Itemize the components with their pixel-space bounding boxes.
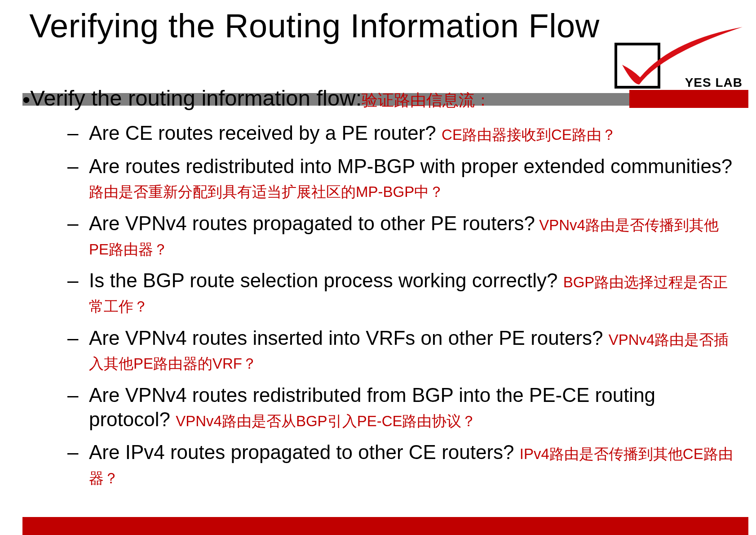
footer-bar-red	[22, 517, 748, 535]
item-en: Are routes redistributed into MP-BGP wit…	[89, 155, 732, 177]
list-item: – Are VPNv4 routes propagated to other P…	[67, 211, 738, 259]
brand-logo: YES LAB	[608, 27, 743, 90]
dash-icon: –	[67, 440, 78, 464]
item-en: Are VPNv4 routes propagated to other PE …	[89, 212, 535, 234]
dash-icon: –	[67, 211, 78, 236]
dash-icon: –	[67, 268, 78, 293]
list-item: – Are routes redistributed into MP-BGP w…	[67, 154, 738, 202]
item-en: Are CE routes received by a PE router?	[89, 122, 442, 144]
list-item: – Are CE routes received by a PE router?…	[67, 121, 738, 145]
dash-icon: –	[67, 121, 78, 145]
dash-icon: –	[67, 383, 78, 407]
list-item: – Is the BGP route selection process wor…	[67, 268, 738, 317]
list-item: – Are VPNv4 routes redistributed from BG…	[67, 383, 738, 431]
bullet-dot-icon: •	[22, 88, 30, 112]
top-bullet: •Verify the routing information flow:验证路…	[22, 86, 738, 112]
slide: Verifying the Routing Information Flow Y…	[0, 0, 756, 535]
list-item: – Are VPNv4 routes inserted into VRFs on…	[67, 326, 738, 374]
top-bullet-cn: 验证路由信息流：	[362, 91, 491, 109]
item-cn: CE路由器接收到CE路由？	[442, 126, 616, 143]
item-en: Is the BGP route selection process worki…	[89, 269, 563, 291]
item-cn: VPNv4路由是否从BGP引入PE-CE路由协议？	[176, 413, 476, 429]
dash-icon: –	[67, 326, 78, 350]
item-en: Are IPv4 routes propagated to other CE r…	[89, 441, 520, 463]
item-cn: 路由是否重新分配到具有适当扩展社区的MP-BGP中？	[89, 183, 444, 200]
item-en: Are VPNv4 routes inserted into VRFs on o…	[89, 327, 609, 349]
slide-title: Verifying the Routing Information Flow	[0, 8, 629, 44]
top-bullet-en: Verify the routing information flow:	[30, 86, 362, 110]
list-item: – Are IPv4 routes propagated to other CE…	[67, 440, 738, 488]
dash-icon: –	[67, 154, 78, 178]
sub-list: – Are CE routes received by a PE router?…	[67, 121, 738, 489]
content-area: •Verify the routing information flow:验证路…	[22, 86, 738, 498]
